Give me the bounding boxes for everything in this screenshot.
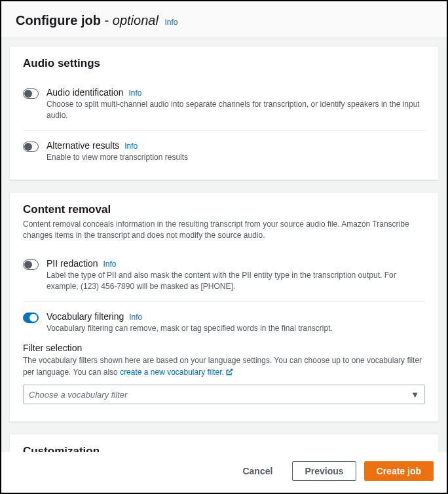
previous-button[interactable]: Previous — [292, 461, 356, 481]
audio-identification-desc: Choose to split multi-channel audio into… — [47, 99, 425, 121]
cancel-button[interactable]: Cancel — [231, 462, 284, 480]
alternative-results-text: Alternative results Info Enable to view … — [47, 140, 425, 163]
page-title: Configure job - optional Info — [16, 13, 177, 28]
audio-identification-toggle[interactable] — [23, 88, 39, 99]
page-container: Configure job - optional Info Audio sett… — [1, 1, 447, 493]
filter-selection-label: Filter selection — [23, 343, 425, 353]
customization-title: Customization — [23, 445, 425, 452]
content-removal-panel: Content removal Content removal conceals… — [9, 192, 439, 422]
create-vocabulary-filter-link[interactable]: create a new vocabulary filter. — [120, 368, 233, 377]
audio-identification-text: Audio identification Info Choose to spli… — [47, 87, 425, 121]
vocabulary-filter-placeholder: Choose a vocabulary filter — [29, 390, 127, 400]
filter-selection-block: Filter selection The vocabulary filters … — [23, 336, 425, 413]
filter-selection-desc: The vocabulary filters shown here are ba… — [23, 354, 425, 379]
content-removal-body: PII redaction Info Label the type of PII… — [10, 246, 438, 421]
audio-identification-row: Audio identification Info Choose to spli… — [23, 78, 425, 131]
audio-identification-info-link[interactable]: Info — [128, 88, 141, 98]
vocabulary-filtering-toggle[interactable] — [23, 313, 39, 323]
alternative-results-label: Alternative results Info — [47, 140, 425, 151]
vocabulary-filtering-row: Vocabulary filtering Info Vocabulary fil… — [23, 302, 425, 337]
pii-redaction-info-link[interactable]: Info — [103, 259, 117, 269]
page-title-optional: optional — [113, 13, 159, 28]
content-removal-desc: Content removal conceals information in … — [23, 219, 425, 241]
content-area: Audio settings Audio identification Info… — [1, 38, 447, 452]
pii-redaction-row: PII redaction Info Label the type of PII… — [23, 249, 425, 302]
create-job-button[interactable]: Create job — [364, 461, 434, 481]
pii-redaction-label: PII redaction Info — [47, 258, 425, 269]
pii-redaction-desc: Label the type of PII and also mask the … — [47, 270, 425, 292]
vocabulary-filtering-label: Vocabulary filtering Info — [47, 311, 425, 322]
vocabulary-filtering-desc: Vocabulary filtering can remove, mask or… — [47, 323, 425, 334]
audio-settings-body: Audio identification Info Choose to spli… — [10, 75, 438, 180]
customization-header: Customization — [10, 434, 438, 452]
pii-redaction-text: PII redaction Info Label the type of PII… — [47, 258, 425, 292]
content-removal-title: Content removal — [23, 203, 425, 216]
page-header: Configure job - optional Info — [1, 1, 447, 38]
audio-identification-label: Audio identification Info — [47, 87, 425, 98]
footer: Cancel Previous Create job — [1, 452, 447, 493]
audio-settings-title: Audio settings — [23, 57, 425, 70]
vocabulary-filtering-text: Vocabulary filtering Info Vocabulary fil… — [47, 311, 425, 334]
pii-redaction-toggle[interactable] — [23, 259, 39, 270]
external-link-icon — [225, 368, 233, 379]
vocabulary-filtering-info-link[interactable]: Info — [129, 313, 142, 322]
alternative-results-row: Alternative results Info Enable to view … — [23, 131, 425, 172]
content-removal-header: Content removal Content removal conceals… — [10, 193, 438, 246]
page-title-strong: Configure job — [16, 13, 101, 28]
page-info-link[interactable]: Info — [164, 18, 177, 27]
customization-panel: Customization Custom vocabulary Info A c… — [9, 434, 439, 452]
caret-down-icon: ▼ — [411, 390, 419, 400]
audio-settings-panel: Audio settings Audio identification Info… — [9, 46, 439, 180]
alternative-results-desc: Enable to view more transcription result… — [47, 152, 425, 163]
vocabulary-filter-select[interactable]: Choose a vocabulary filter ▼ — [23, 385, 425, 404]
alternative-results-toggle[interactable] — [23, 142, 39, 152]
alternative-results-info-link[interactable]: Info — [124, 142, 138, 151]
audio-settings-header: Audio settings — [10, 47, 438, 75]
